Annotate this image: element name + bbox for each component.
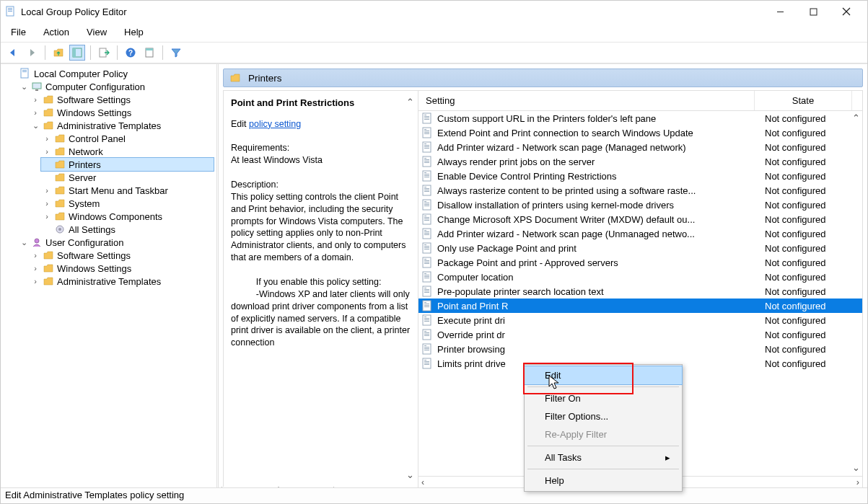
setting-row[interactable]: Point and Print RNot configured [418,299,862,313]
tree-server[interactable]: ›Server [41,171,214,184]
toolbar-separator [90,45,91,60]
tree-uc-admin[interactable]: ›Administrative Templates [30,275,214,288]
scroll-down-icon[interactable]: ⌄ [852,462,862,473]
policy-item-icon [421,343,433,355]
setting-row[interactable]: Package Point and print - Approved serve… [418,255,862,270]
menu-view[interactable]: View [84,25,110,39]
filter-button[interactable] [168,45,184,61]
help-button[interactable]: ? [123,45,139,61]
tree-system[interactable]: ›System [41,197,214,210]
setting-state: Not configured [762,358,859,369]
tree-uc-software[interactable]: ›Software Settings [30,249,214,262]
setting-state: Not configured [762,301,859,311]
export-button[interactable] [96,45,112,61]
policy-item-icon [421,271,433,283]
context-edit[interactable]: Edit [525,366,682,384]
folder-icon [54,146,66,157]
svg-rect-26 [424,118,429,118]
tree-uc-windows[interactable]: ›Windows Settings [30,262,214,275]
setting-row[interactable]: Add Printer wizard - Network scan page (… [418,226,862,241]
maximize-button[interactable] [797,1,830,22]
tree-label: Software Settings [57,250,131,261]
tree-control-panel[interactable]: ›Control Panel [41,132,214,145]
chevron-down-icon[interactable]: ⌄ [31,121,40,131]
setting-row[interactable]: Only use Package Point and printNot conf… [418,241,862,255]
setting-row[interactable]: Execute print driNot configured [418,313,862,327]
setting-row[interactable]: Extend Point and Print connection to sea… [418,125,862,140]
vertical-scrollbar[interactable]: ⌃ ⌄ [852,112,862,473]
menu-action[interactable]: Action [40,25,72,39]
tree-cc-admin[interactable]: ⌄Administrative Templates [30,119,214,132]
chevron-right-icon[interactable]: › [31,95,40,104]
chevron-right-icon[interactable]: › [43,147,51,156]
breadcrumb: Printers [223,68,863,87]
statusbar: Edit Administrative Templates policy set… [1,487,867,503]
tree-wincomp[interactable]: ›Windows Components [41,210,214,223]
menu-help[interactable]: Help [121,25,146,39]
forward-button[interactable] [24,45,40,61]
scroll-right-icon[interactable]: › [856,477,859,487]
scroll-up-icon[interactable]: ⌃ [406,97,416,109]
tree-computer-configuration[interactable]: ⌄ Computer Configuration [18,80,214,93]
tree-user-configuration[interactable]: ⌄ User Configuration [18,236,214,249]
setting-row[interactable]: Computer locationNot configured [418,270,862,284]
setting-row[interactable]: Custom support URL in the Printers folde… [418,111,862,125]
setting-row[interactable]: Printer browsingNot configured [418,342,862,356]
tree-startmenu[interactable]: ›Start Menu and Taskbar [41,184,214,197]
tree-pane[interactable]: ▸ Local Computer Policy ⌄ Computer Confi… [1,64,219,487]
tree-printers[interactable]: ›Printers [41,158,214,171]
column-setting[interactable]: Setting [418,91,755,110]
tree-root[interactable]: ▸ Local Computer Policy [6,67,214,80]
minimize-button[interactable] [763,1,797,22]
context-filter-on[interactable]: Filter On [525,389,682,407]
setting-row[interactable]: Always rasterize content to be printed u… [418,183,862,198]
edit-policy-link[interactable]: policy setting [249,119,301,129]
close-button[interactable] [830,1,863,22]
svg-rect-102 [424,335,429,336]
setting-name: Point and Print R [437,301,508,311]
setting-row[interactable]: Pre-populate printer search location tex… [418,284,862,299]
tree-network[interactable]: ›Network [41,145,214,158]
tree-cc-software[interactable]: ›Software Settings [30,93,214,106]
column-state[interactable]: State [755,91,852,110]
chevron-right-icon[interactable]: › [43,134,51,143]
context-all-tasks[interactable]: All Tasks▸ [525,448,682,467]
chevron-right-icon[interactable]: › [31,264,40,273]
chevron-right-icon[interactable]: › [43,186,51,195]
properties-button[interactable] [141,45,157,61]
back-button[interactable] [5,45,21,61]
svg-rect-99 [424,331,426,332]
policy-item-icon [421,185,433,196]
tree-allsettings[interactable]: ›All Settings [41,223,214,236]
tree-cc-windows[interactable]: ›Windows Settings [30,106,214,119]
show-hide-tree-button[interactable] [69,45,85,61]
chevron-right-icon[interactable]: › [43,212,51,221]
chevron-right-icon[interactable]: › [31,277,40,286]
scroll-up-icon[interactable]: ⌃ [852,112,862,123]
desc-scrollbar[interactable]: ⌃ ⌄ [406,97,416,482]
chevron-right-icon[interactable]: › [43,199,51,208]
setting-name: Disallow installation of printers using … [437,200,674,211]
scroll-left-icon[interactable]: ‹ [421,477,424,487]
chevron-right-icon[interactable]: › [31,108,40,117]
setting-row[interactable]: Override print drNot configured [418,327,862,342]
setting-row[interactable]: Change Microsoft XPS Document Writer (MX… [418,212,862,226]
setting-row[interactable]: Enable Device Control Printing Restricti… [418,169,862,183]
setting-row[interactable]: Add Printer wizard - Network scan page (… [418,140,862,154]
setting-row[interactable]: Disallow installation of printers using … [418,198,862,212]
folder-icon [54,185,66,196]
chevron-down-icon[interactable]: ⌄ [19,82,28,92]
tree-label: All Settings [69,224,115,235]
up-button[interactable] [51,45,66,61]
setting-row[interactable]: Always render print jobs on the serverNo… [418,154,862,169]
svg-rect-52 [424,191,429,192]
scroll-down-icon[interactable]: ⌄ [406,469,416,482]
tree-label: Windows Settings [57,107,131,118]
context-help[interactable]: Help [525,472,682,490]
setting-name: Always rasterize content to be printed u… [437,185,696,196]
context-filter-options[interactable]: Filter Options... [525,407,682,425]
menu-file[interactable]: File [8,25,29,39]
chevron-down-icon[interactable]: ⌄ [19,238,28,247]
policy-item-icon [421,300,433,311]
chevron-right-icon[interactable]: › [31,251,40,260]
